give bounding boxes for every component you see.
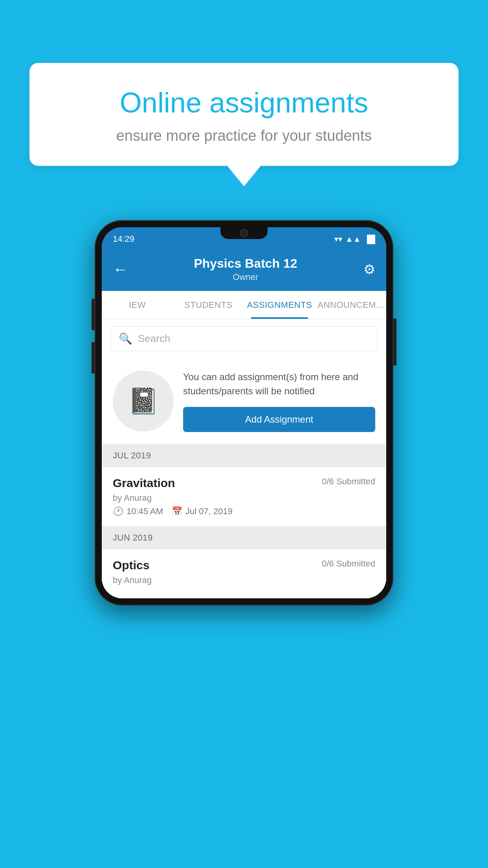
promo-text: You can add assignment(s) from here and … — [183, 370, 375, 398]
phone-screen: 14:29 ▾▾ ▲▲ ▐█ ← Physics Batch 12 Owner … — [102, 227, 386, 598]
speech-bubble-subtitle: ensure more practice for your students — [57, 127, 431, 144]
assignment-date: 📅 Jul 07, 2019 — [172, 506, 233, 517]
add-assignment-button[interactable]: Add Assignment — [183, 407, 375, 432]
optics-row1: Optics 0/6 Submitted — [113, 559, 375, 572]
tab-iew[interactable]: IEW — [102, 291, 173, 319]
phone-vol-btn-1 — [92, 299, 95, 330]
status-time: 14:29 — [113, 234, 134, 244]
speech-bubble: Online assignments ensure more practice … — [29, 63, 459, 166]
tabs-bar: IEW STUDENTS ASSIGNMENTS ANNOUNCEM... — [102, 291, 386, 319]
phone-container: 14:29 ▾▾ ▲▲ ▐█ ← Physics Batch 12 Owner … — [95, 220, 393, 605]
battery-icon: ▐█ — [364, 235, 375, 244]
speech-bubble-title: Online assignments — [57, 86, 431, 119]
promo-content: You can add assignment(s) from here and … — [183, 370, 375, 432]
assignment-submitted-optics: 0/6 Submitted — [322, 559, 375, 569]
section-header-jun: JUN 2019 — [102, 526, 386, 549]
search-input[interactable]: Search — [138, 333, 170, 345]
assignment-item-gravitation[interactable]: Gravitation 0/6 Submitted by Anurag 🕐 10… — [102, 467, 386, 526]
assignment-submitted-gravitation: 0/6 Submitted — [322, 476, 375, 487]
app-bar: ← Physics Batch 12 Owner ⚙ — [102, 248, 386, 291]
wifi-icon: ▾▾ — [334, 234, 342, 244]
notebook-icon: 📓 — [128, 386, 159, 416]
assignment-name-optics: Optics — [113, 559, 149, 572]
status-icons: ▾▾ ▲▲ ▐█ — [334, 234, 375, 244]
settings-button[interactable]: ⚙ — [363, 261, 375, 277]
search-icon: 🔍 — [119, 332, 132, 345]
promo-icon-circle: 📓 — [113, 371, 174, 432]
app-bar-subtitle: Owner — [194, 272, 297, 282]
phone-camera — [240, 229, 248, 237]
tab-assignments[interactable]: ASSIGNMENTS — [244, 291, 315, 319]
assignment-meta-optics: by Anurag — [113, 575, 375, 585]
tab-announcements[interactable]: ANNOUNCEM... — [315, 291, 386, 319]
assignment-name-gravitation: Gravitation — [113, 476, 175, 490]
assignment-row1: Gravitation 0/6 Submitted — [113, 476, 375, 490]
promo-section: 📓 You can add assignment(s) from here an… — [102, 358, 386, 444]
assignment-time: 🕐 10:45 AM — [113, 506, 163, 517]
search-box[interactable]: 🔍 Search — [110, 326, 378, 351]
assignment-meta-row: 🕐 10:45 AM 📅 Jul 07, 2019 — [113, 506, 375, 517]
tab-students[interactable]: STUDENTS — [173, 291, 244, 319]
assignment-meta-gravitation: by Anurag — [113, 493, 375, 503]
clock-icon: 🕐 — [113, 506, 123, 517]
calendar-icon: 📅 — [172, 506, 182, 517]
back-button[interactable]: ← — [113, 261, 128, 278]
app-bar-title: Physics Batch 12 — [194, 256, 297, 271]
assignment-item-optics[interactable]: Optics 0/6 Submitted by Anurag — [102, 549, 386, 598]
section-header-jul: JUL 2019 — [102, 444, 386, 467]
signal-icon: ▲▲ — [345, 235, 361, 244]
search-container: 🔍 Search — [102, 319, 386, 358]
phone-vol-btn-2 — [92, 342, 95, 373]
app-bar-center: Physics Batch 12 Owner — [194, 256, 297, 282]
phone-outer: 14:29 ▾▾ ▲▲ ▐█ ← Physics Batch 12 Owner … — [95, 220, 393, 605]
phone-power-btn — [393, 318, 396, 366]
